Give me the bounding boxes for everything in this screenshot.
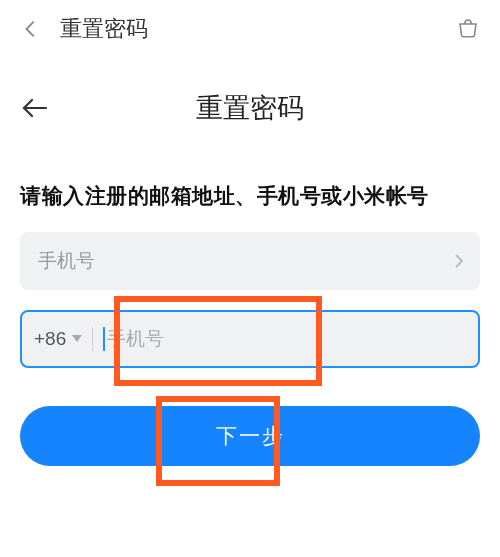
vertical-divider — [92, 327, 93, 351]
page-header: 重置密码 — [20, 86, 480, 130]
text-cursor — [103, 327, 105, 351]
instruction-text: 请输入注册的邮箱地址、手机号或小米帐号 — [20, 182, 480, 210]
account-type-selector[interactable]: 手机号 — [20, 232, 480, 290]
cart-icon[interactable] — [456, 18, 480, 42]
selector-label: 手机号 — [38, 248, 95, 274]
back-chevron-icon[interactable] — [20, 18, 42, 40]
chevron-right-icon — [454, 253, 464, 269]
system-top-bar: 重置密码 — [0, 0, 500, 58]
phone-placeholder: 手机号 — [107, 326, 164, 352]
chevron-down-icon[interactable] — [72, 335, 82, 343]
svg-marker-1 — [72, 335, 82, 342]
phone-input-row[interactable]: +86 手机号 — [20, 310, 480, 368]
back-arrow-icon[interactable] — [20, 96, 50, 120]
page-title: 重置密码 — [196, 90, 304, 126]
top-bar-title: 重置密码 — [60, 14, 148, 44]
next-button[interactable]: 下一步 — [20, 406, 480, 466]
country-code[interactable]: +86 — [34, 328, 66, 350]
